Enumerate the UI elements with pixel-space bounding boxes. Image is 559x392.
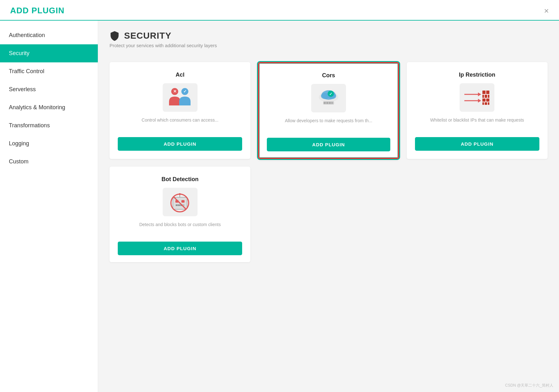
sidebar: Authentication Security Traffic Control … — [0, 21, 98, 392]
sidebar-item-authentication[interactable]: Authentication — [0, 26, 98, 44]
main-layout: Authentication Security Traffic Control … — [0, 21, 559, 392]
sidebar-item-transformations[interactable]: Transformations — [0, 117, 98, 135]
dialog-title: ADD PLUGIN — [10, 6, 65, 16]
section-title-row: SECURITY — [110, 31, 548, 41]
sidebar-item-analytics-monitoring[interactable]: Analytics & Monitoring — [0, 98, 98, 117]
svg-rect-15 — [329, 102, 331, 104]
plugin-desc-bot-detection: Detects and blocks bots or custom client… — [139, 221, 221, 235]
section-title: SECURITY — [124, 31, 172, 41]
svg-marker-20 — [478, 99, 481, 103]
plugin-name-ip-restriction: Ip Restriction — [459, 72, 495, 78]
sidebar-item-serverless[interactable]: Serverless — [0, 80, 98, 98]
sidebar-item-traffic-control[interactable]: Traffic Control — [0, 62, 98, 80]
plugin-desc-acl: Control which consumers can access... — [141, 117, 218, 131]
svg-text:✕: ✕ — [173, 89, 176, 94]
shield-icon — [110, 31, 120, 41]
add-plugin-btn-cors[interactable]: ADD PLUGIN — [267, 138, 390, 151]
plugin-card-ip-restriction: Ip Restriction — [407, 62, 548, 159]
content-area: SECURITY Protect your services with addi… — [98, 21, 559, 392]
sidebar-item-logging[interactable]: Logging — [0, 135, 98, 153]
bot-detection-icon — [166, 191, 193, 213]
svg-marker-18 — [478, 92, 481, 96]
watermark: CSDN @天草二十六_简村人 — [505, 383, 553, 388]
svg-rect-14 — [326, 102, 328, 104]
svg-rect-13 — [324, 102, 326, 104]
dialog-header: ADD PLUGIN × — [0, 0, 559, 21]
plugin-name-bot-detection: Bot Detection — [161, 176, 198, 183]
plugin-name-cors: Cors — [322, 72, 335, 79]
section-header: SECURITY Protect your services with addi… — [110, 31, 548, 62]
svg-rect-35 — [176, 205, 178, 206]
plugins-grid-row1: Acl ✕ ✓ Control which consumers can acc — [110, 62, 548, 159]
sidebar-item-custom[interactable]: Custom — [0, 153, 98, 171]
plugin-desc-ip-restriction: Whitelist or blacklist IPs that can make… — [430, 117, 524, 131]
acl-icon: ✕ ✓ — [166, 86, 194, 109]
section-subtitle: Protect your services with additional se… — [110, 43, 548, 48]
add-plugin-btn-bot-detection[interactable]: ADD PLUGIN — [118, 242, 242, 255]
plugin-icon-box-ip-restriction — [460, 83, 494, 112]
plugin-icon-box-bot-detection — [163, 188, 198, 216]
svg-rect-36 — [178, 205, 180, 206]
plugin-desc-cors: Allow developers to make requests from t… — [285, 117, 372, 131]
add-plugin-btn-acl[interactable]: ADD PLUGIN — [118, 137, 242, 151]
sidebar-item-security[interactable]: Security — [0, 44, 98, 62]
plugin-card-acl: Acl ✕ ✓ Control which consumers can acc — [110, 62, 250, 159]
plugin-icon-box-cors: ✓ — [311, 84, 346, 112]
plugin-name-acl: Acl — [176, 72, 185, 78]
svg-rect-16 — [331, 102, 333, 104]
plugins-grid-row2: Bot Detection — [110, 167, 548, 262]
close-button[interactable]: × — [544, 7, 549, 15]
plugin-icon-box-acl: ✕ ✓ — [163, 83, 198, 112]
add-plugin-btn-ip-restriction[interactable]: ADD PLUGIN — [415, 137, 539, 151]
plugin-card-bot-detection: Bot Detection — [110, 167, 250, 262]
svg-text:✓: ✓ — [183, 89, 186, 94]
svg-text:✓: ✓ — [329, 92, 332, 96]
cors-icon: ✓ — [314, 87, 343, 110]
plugin-card-cors: Cors ✓ — [258, 62, 399, 159]
svg-rect-33 — [181, 200, 185, 203]
ip-restriction-icon — [463, 87, 491, 108]
